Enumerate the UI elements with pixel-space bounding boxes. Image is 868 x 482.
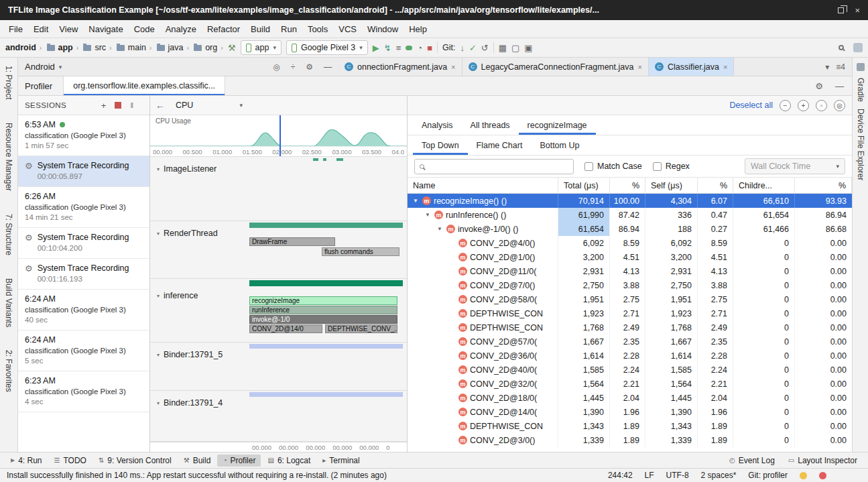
tool-window-button[interactable]: 1: Project xyxy=(4,66,13,100)
table-row[interactable]: ▼ m CONV_2D@4/0() 6,092 8.59 6,092 8.59 … xyxy=(408,236,852,250)
settings-icon[interactable]: ⚙ xyxy=(815,81,823,91)
expand-arrow-icon[interactable]: ▼ xyxy=(424,212,432,218)
table-row[interactable]: ▼ m DEPTHWISE_CON 1,923 2.71 1,923 2.71 … xyxy=(408,306,852,320)
device-manager-icon[interactable]: ▦ xyxy=(499,43,507,53)
menu-item[interactable]: Analyze xyxy=(160,22,202,36)
back-icon[interactable]: ← xyxy=(156,100,165,111)
session-item[interactable]: ⚙ 6:24 AM classification (Google Pixel 3… xyxy=(18,330,149,371)
zoom-in-button[interactable]: + xyxy=(798,100,809,111)
trace-event-bar[interactable]: CONV_2D@14/0 xyxy=(249,324,322,333)
stop-recording-icon[interactable] xyxy=(115,102,121,109)
column-header[interactable]: Total (μs) xyxy=(558,178,610,193)
thread-lane[interactable]: ▾ImageListener xyxy=(150,157,407,221)
column-header[interactable]: Childre... xyxy=(733,178,795,193)
menu-item[interactable]: View xyxy=(54,22,83,36)
table-row[interactable]: ▼ m CONV_2D@3/0() 1,339 1.89 1,339 1.89 … xyxy=(408,433,852,447)
column-header[interactable]: Self (μs) xyxy=(645,178,698,193)
editor-tab[interactable]: C Classifier.java × xyxy=(649,58,735,76)
table-row[interactable]: ▼ m recognizeImage() () 70,914 100.00 4,… xyxy=(408,194,852,208)
match-case-checkbox[interactable]: Match Case xyxy=(584,162,642,171)
session-item[interactable]: ⚙ 6:26 AM classification (Google Pixel 3… xyxy=(18,187,149,228)
session-item[interactable]: ⚙ System Trace Recording 00:10:04.200 xyxy=(18,228,149,259)
sync-gradle-icon[interactable]: ▣ xyxy=(524,43,532,53)
deselect-all-link[interactable]: Deselect all xyxy=(729,101,773,110)
menu-item[interactable]: Build xyxy=(245,22,275,36)
tool-window-button[interactable]: Layout Inspector xyxy=(783,455,863,467)
zoom-to-selection-button[interactable]: ◎ xyxy=(834,100,845,111)
debug-button[interactable] xyxy=(406,46,412,50)
tool-window-button[interactable]: 2: Favorites xyxy=(4,350,13,392)
regex-checkbox[interactable]: Regex xyxy=(653,162,690,171)
locate-file-icon[interactable]: ◎ xyxy=(273,62,280,72)
minimize-icon[interactable]: — xyxy=(835,81,844,91)
analysis-tab[interactable]: Analysis xyxy=(413,115,462,135)
editor-tab[interactable]: C onnectionFragment.java × xyxy=(338,58,462,76)
breadcrumb-item[interactable]: app › xyxy=(47,43,79,52)
run-button[interactable]: ▶ xyxy=(373,43,379,53)
run-config-dropdown[interactable]: app ▾ xyxy=(241,40,282,55)
collapse-icon[interactable]: ▾ xyxy=(157,231,160,237)
menu-item[interactable]: Navigate xyxy=(83,22,128,36)
tool-window-button[interactable]: Event Log xyxy=(724,455,780,467)
tool-window-button[interactable]: TODO xyxy=(49,455,92,467)
tool-window-button[interactable]: Build Variants xyxy=(4,278,13,327)
tool-window-button[interactable]: 6: Logcat xyxy=(262,455,316,467)
trace-event-bar[interactable]: DEPTHWISE_CONV_... xyxy=(325,324,397,333)
table-row[interactable]: ▼ m CONV_2D@7/0() 2,750 3.88 2,750 3.88 … xyxy=(408,278,852,292)
tool-window-button[interactable]: 4: Run xyxy=(5,455,48,467)
window-restore-button[interactable] xyxy=(838,5,844,15)
menu-item[interactable]: Edit xyxy=(28,22,54,36)
hide-panel-icon[interactable]: — xyxy=(324,62,332,72)
project-view-selector[interactable]: Android xyxy=(25,62,55,72)
column-header[interactable]: Name xyxy=(408,178,558,193)
trace-event-bar[interactable]: DrawFrame xyxy=(249,237,335,246)
session-item[interactable]: ⚙ System Trace Recording 00:01:16.193 xyxy=(18,259,149,290)
analysis-subtab[interactable]: Bottom Up xyxy=(531,135,588,155)
expand-arrow-icon[interactable]: ▼ xyxy=(412,198,420,204)
menu-item[interactable]: Window xyxy=(362,22,404,36)
table-row[interactable]: ▼ m CONV_2D@14/0( 1,390 1.96 1,390 1.96 … xyxy=(408,405,852,419)
settings-icon[interactable]: ⚙ xyxy=(306,62,313,72)
new-session-icon[interactable]: + xyxy=(101,101,107,111)
session-item[interactable]: ⚙ 6:53 AM classification (Google Pixel 3… xyxy=(18,115,149,156)
analysis-tab[interactable]: All threads xyxy=(462,115,519,135)
file-encoding[interactable]: UTF-8 xyxy=(666,471,689,480)
menu-item[interactable]: Tools xyxy=(302,22,333,36)
tool-window-button[interactable]: Resource Manager xyxy=(4,123,13,191)
build-hammer-icon[interactable]: ⚒ xyxy=(228,43,236,53)
git-update-icon[interactable]: ↓ xyxy=(460,43,464,53)
trace-event-bar[interactable]: flush commands xyxy=(322,247,399,256)
tool-window-button[interactable]: Build xyxy=(178,455,216,467)
column-header[interactable]: % xyxy=(610,178,645,193)
notification-icon[interactable] xyxy=(819,472,826,479)
breadcrumb-item[interactable]: java › xyxy=(157,43,190,52)
menu-item[interactable]: File xyxy=(3,22,28,36)
trace-event-bar[interactable]: invoke@-1/0 xyxy=(249,315,397,324)
table-row[interactable]: ▼ m invoke@-1/0() () 61,654 86.94 188 0.… xyxy=(408,222,852,236)
line-separator[interactable]: LF xyxy=(645,471,654,480)
thread-lane[interactable]: ▾RenderThread DrawFrame flush commands xyxy=(150,221,407,279)
close-icon[interactable]: × xyxy=(723,63,727,71)
collapse-all-icon[interactable]: ÷ xyxy=(291,62,296,72)
editor-tab[interactable]: C LegacyCameraConnectionFragment.java × xyxy=(462,58,649,76)
tool-window-button[interactable]: Terminal xyxy=(317,455,365,467)
breadcrumb-item[interactable]: src › xyxy=(83,43,111,52)
search-everywhere-icon[interactable] xyxy=(839,45,844,50)
column-header[interactable]: % xyxy=(795,178,852,193)
collapse-icon[interactable]: ▾ xyxy=(157,400,160,406)
layout-inspector-icon[interactable]: ▢ xyxy=(511,43,519,53)
menu-item[interactable]: Run xyxy=(275,22,302,36)
close-icon[interactable]: × xyxy=(637,63,641,71)
window-close-button[interactable]: × xyxy=(855,5,860,15)
selection-line[interactable] xyxy=(280,115,281,156)
tool-window-button[interactable]: 9: Version Control xyxy=(93,455,177,467)
breadcrumb-item[interactable]: android › xyxy=(5,43,42,52)
collapse-icon[interactable]: ▾ xyxy=(157,352,160,358)
table-row[interactable]: ▼ m CONV_2D@11/0( 2,931 4.13 2,931 4.13 … xyxy=(408,264,852,278)
table-row[interactable]: ▼ m runInference() () 61,990 87.42 336 0… xyxy=(408,208,852,222)
git-branch[interactable]: Git: profiler xyxy=(748,471,788,480)
caret-position[interactable]: 244:42 xyxy=(608,471,633,480)
zoom-out-button[interactable]: − xyxy=(780,100,791,111)
analysis-tab[interactable]: recognizeImage xyxy=(519,115,596,135)
analysis-subtab[interactable]: Flame Chart xyxy=(468,135,532,155)
